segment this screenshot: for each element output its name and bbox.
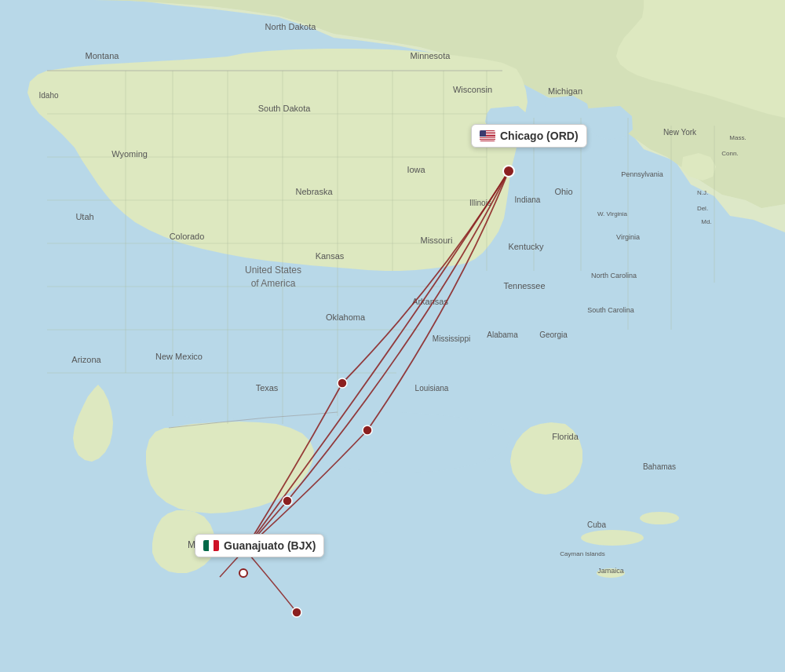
svg-text:Oklahoma: Oklahoma [326,312,366,322]
svg-text:of America: of America [251,278,296,289]
guanajuato-label-text: Guanajuato (BJX) [224,539,316,552]
svg-text:Indiana: Indiana [515,195,541,204]
svg-point-75 [292,608,301,617]
svg-text:Montana: Montana [86,51,120,60]
svg-text:Wisconsin: Wisconsin [453,85,492,94]
svg-text:South Dakota: South Dakota [258,104,312,113]
svg-text:Arizona: Arizona [71,355,101,364]
svg-text:Cuba: Cuba [587,520,606,529]
svg-text:Alabama: Alabama [487,331,518,339]
svg-text:Minnesota: Minnesota [411,51,451,60]
svg-text:Kansas: Kansas [316,251,345,261]
us-flag-icon [480,130,495,141]
mx-flag-icon [203,540,219,551]
svg-text:Jamaica: Jamaica [597,567,624,575]
svg-text:Mass.: Mass. [729,134,746,141]
svg-point-76 [239,569,247,577]
svg-text:Florida: Florida [552,432,579,441]
svg-point-77 [503,166,514,177]
chicago-label-text: Chicago (ORD) [500,130,579,142]
svg-point-2 [640,512,679,524]
svg-text:Tennessee: Tennessee [503,281,545,290]
svg-text:North Carolina: North Carolina [591,272,637,279]
svg-text:N.J.: N.J. [697,189,708,196]
svg-text:Bahamas: Bahamas [643,462,676,471]
svg-text:Colorado: Colorado [170,232,205,241]
svg-text:Utah: Utah [75,212,93,221]
svg-text:New Mexico: New Mexico [155,352,203,361]
svg-point-3 [581,530,644,546]
svg-text:Texas: Texas [256,383,279,393]
svg-text:Michigan: Michigan [548,86,582,96]
svg-text:Wyoming: Wyoming [111,149,148,159]
svg-text:W. Virginia: W. Virginia [597,210,628,217]
chicago-label: Chicago (ORD) [471,124,587,148]
svg-text:Ohio: Ohio [554,187,572,196]
svg-text:Virginia: Virginia [616,233,640,241]
svg-text:Md.: Md. [701,218,711,225]
svg-text:Pennsylvania: Pennsylvania [621,170,663,178]
svg-point-72 [338,378,347,388]
svg-point-74 [283,496,292,506]
svg-text:Kentucky: Kentucky [508,242,544,251]
svg-text:Mississippi: Mississippi [433,334,470,343]
svg-text:Georgia: Georgia [539,331,568,339]
svg-text:Conn.: Conn. [721,150,738,157]
state-label-nd: North Dakota [265,22,317,31]
svg-text:Louisiana: Louisiana [415,384,449,393]
svg-text:United States: United States [245,265,301,276]
guanajuato-label: Guanajuato (BJX) [195,534,324,557]
svg-text:Del.: Del. [697,205,708,212]
svg-text:Idaho: Idaho [38,91,58,100]
svg-point-73 [363,425,372,435]
svg-text:Iowa: Iowa [407,165,425,174]
svg-text:Nebraska: Nebraska [295,187,333,196]
map-container: North Dakota Montana Minnesota South Dak… [0,0,785,672]
svg-text:New York: New York [663,128,697,137]
svg-text:Missouri: Missouri [421,236,453,245]
svg-text:South Carolina: South Carolina [587,306,634,314]
svg-text:Cayman Islands: Cayman Islands [560,550,604,557]
